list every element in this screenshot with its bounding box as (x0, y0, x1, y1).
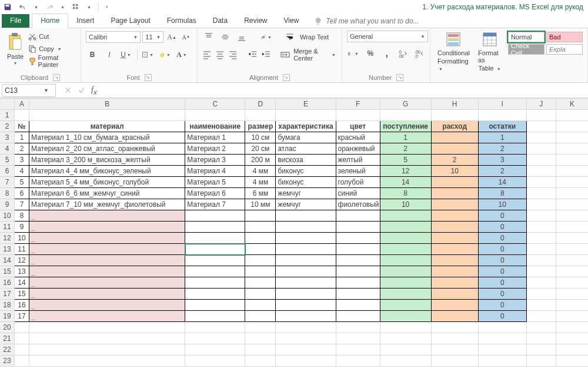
row-header-6[interactable]: 6 (0, 166, 15, 177)
tab-data[interactable]: Data (205, 14, 236, 28)
cell-B7[interactable]: Материал 5_4 мм_биконус_голубой (29, 177, 185, 188)
cell-C1[interactable] (185, 110, 245, 121)
cell-B10[interactable]: __ (29, 210, 185, 222)
format-as-table-button[interactable]: Format asTable ▼ (476, 31, 505, 73)
merge-center-button[interactable]: Merge & Center (293, 49, 327, 61)
cell-J3[interactable] (526, 132, 556, 143)
cell-D5[interactable]: 200 м (245, 155, 276, 166)
row-header-4[interactable]: 4 (0, 143, 15, 155)
col-header-B[interactable]: B (29, 99, 185, 110)
cell-J14[interactable] (526, 255, 556, 266)
cell-D3[interactable]: 10 см (245, 132, 276, 143)
cell-B8[interactable]: Материал 6_6 мм_жемчуг_синий (29, 188, 185, 199)
cell-J18[interactable] (526, 300, 556, 311)
style-bad[interactable]: Bad (546, 32, 583, 42)
cell-H8[interactable] (431, 188, 478, 199)
cell-E6[interactable]: биконус (276, 166, 336, 177)
col-header-I[interactable]: I (478, 99, 526, 110)
cell-C10[interactable] (185, 210, 245, 222)
cell-F3[interactable]: красный (336, 132, 380, 143)
cell-K12[interactable] (556, 233, 588, 244)
cell-K1[interactable] (556, 110, 588, 121)
percent-format-icon[interactable]: % (365, 47, 376, 60)
row-header-22[interactable]: 22 (0, 344, 15, 355)
formula-input[interactable] (105, 85, 588, 96)
cell-C11[interactable] (185, 222, 245, 233)
cell-K14[interactable] (556, 255, 588, 266)
cell-C7[interactable]: Материал 5 (185, 177, 245, 188)
format-painter-button[interactable]: Format Painter (28, 55, 76, 67)
cell-B6[interactable]: Материал 4_4 мм_биконус_зеленый (29, 166, 185, 177)
qat-customize[interactable]: ▾ (105, 5, 109, 9)
cell-H19[interactable] (431, 311, 478, 322)
cell-E4[interactable]: атлас (276, 143, 336, 155)
cell-C15[interactable] (185, 266, 245, 277)
cell-D2[interactable]: размер (245, 121, 276, 132)
cell-D15[interactable] (245, 266, 276, 277)
cell-K16[interactable] (556, 277, 588, 289)
cell-K13[interactable] (556, 244, 588, 255)
cell-D9[interactable]: 10 мм (245, 199, 276, 210)
cell-K15[interactable] (556, 266, 588, 277)
col-header-K[interactable]: K (556, 99, 588, 110)
cell-H9[interactable] (431, 199, 478, 210)
cell-B1[interactable] (29, 110, 185, 121)
cell-J10[interactable] (526, 210, 556, 222)
row-header-21[interactable]: 21 (0, 333, 15, 344)
cell-H1[interactable] (431, 110, 478, 121)
font-name-combo[interactable]: Calibri▼ (86, 31, 141, 43)
cell-C18[interactable] (185, 300, 245, 311)
row-header-3[interactable]: 3 (0, 132, 15, 143)
cell-G5[interactable]: 5 (380, 155, 431, 166)
cell-A21[interactable] (15, 333, 29, 344)
row-header-1[interactable]: 1 (0, 110, 15, 121)
cell-J6[interactable] (526, 166, 556, 177)
cell-F12[interactable] (336, 233, 380, 244)
cell-F23[interactable] (336, 355, 380, 367)
row-header-13[interactable]: 13 (0, 244, 15, 255)
grow-font-icon[interactable]: A▲ (165, 31, 178, 43)
cell-D17[interactable] (245, 289, 276, 300)
cell-F2[interactable]: цвет (336, 121, 380, 132)
style-explanatory[interactable]: Expla (546, 44, 583, 55)
cell-C21[interactable] (185, 333, 245, 344)
cell-G22[interactable] (380, 344, 431, 355)
cell-J4[interactable] (526, 143, 556, 155)
cancel-icon[interactable] (64, 86, 72, 94)
cell-A23[interactable] (15, 355, 29, 367)
cell-C9[interactable]: Материал 7 (185, 199, 245, 210)
style-normal[interactable]: Normal (508, 32, 544, 42)
cell-I11[interactable]: 0 (478, 222, 526, 233)
cell-F9[interactable]: фиолетовый (336, 199, 380, 210)
row-header-18[interactable]: 18 (0, 300, 15, 311)
cell-A8[interactable]: 6 (15, 188, 29, 199)
qat-custom-icon[interactable] (71, 2, 81, 12)
cell-F7[interactable]: голубой (336, 177, 380, 188)
row-header-8[interactable]: 8 (0, 188, 15, 199)
cell-A19[interactable]: 17 (15, 311, 29, 322)
cell-E12[interactable] (276, 233, 336, 244)
cell-G4[interactable]: 2 (380, 143, 431, 155)
cell-E22[interactable] (276, 344, 336, 355)
cell-K21[interactable] (556, 333, 588, 344)
cell-D21[interactable] (245, 333, 276, 344)
cell-A5[interactable]: 3 (15, 155, 29, 166)
cell-C19[interactable] (185, 311, 245, 322)
tab-view[interactable]: View (276, 14, 308, 28)
cell-G23[interactable] (380, 355, 431, 367)
decrease-decimal-icon[interactable]: .00.0 (413, 47, 425, 60)
row-header-23[interactable]: 23 (0, 355, 15, 367)
undo-icon[interactable] (18, 2, 28, 12)
row-header-15[interactable]: 15 (0, 266, 15, 277)
paste-button[interactable]: Paste ▼ (5, 32, 26, 66)
copy-button[interactable]: Copy▼ (28, 43, 76, 55)
cell-B22[interactable] (29, 344, 185, 355)
cell-C14[interactable] (185, 255, 245, 266)
cell-C20[interactable] (185, 322, 245, 333)
cell-D6[interactable]: 4 мм (245, 166, 276, 177)
italic-button[interactable]: I (103, 48, 116, 61)
alignment-dlauncher[interactable]: ↘ (283, 74, 290, 81)
cell-B13[interactable]: __ (29, 244, 185, 255)
cell-I21[interactable] (478, 333, 526, 344)
cell-E14[interactable] (276, 255, 336, 266)
